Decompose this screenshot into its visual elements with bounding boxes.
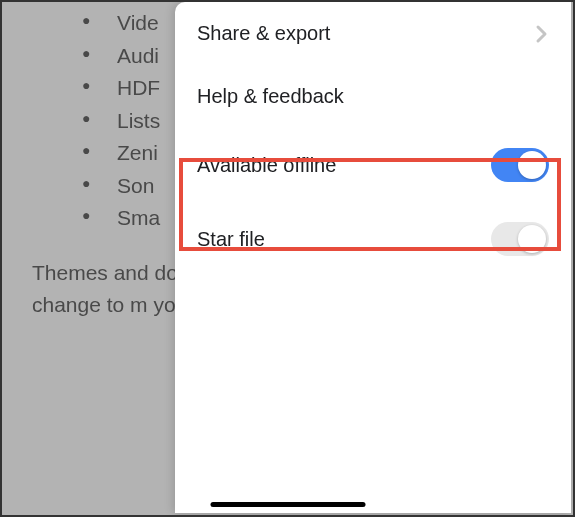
- star-file-toggle[interactable]: [491, 222, 549, 256]
- help-feedback-item[interactable]: Help & feedback: [175, 65, 571, 128]
- available-offline-item: Available offline: [175, 128, 571, 202]
- available-offline-toggle[interactable]: [491, 148, 549, 182]
- toggle-knob: [518, 225, 546, 253]
- action-sheet: Share & export Help & feedback Available…: [175, 2, 571, 513]
- chevron-right-icon: [535, 24, 549, 44]
- help-feedback-label: Help & feedback: [197, 85, 344, 108]
- star-file-item: Star file: [175, 202, 571, 276]
- available-offline-label: Available offline: [197, 154, 336, 177]
- share-export-label: Share & export: [197, 22, 330, 45]
- home-indicator[interactable]: [210, 502, 365, 507]
- star-file-label: Star file: [197, 228, 265, 251]
- toggle-knob: [518, 151, 546, 179]
- share-export-item[interactable]: Share & export: [175, 2, 571, 65]
